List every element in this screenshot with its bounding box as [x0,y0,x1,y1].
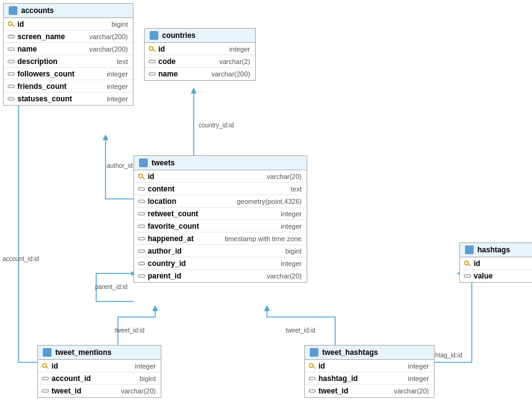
accounts-col-friends-type: integer [107,83,128,90]
table-countries-icon [150,31,158,40]
tweet-mentions-row-id: id integer [38,360,161,372]
rel-label-parent: parent_id:id [95,283,127,290]
svg-rect-24 [138,188,145,190]
hashtags-row-id: id integer [460,257,532,270]
svg-rect-20 [149,60,155,63]
icon-th-hashtag_id [309,375,316,382]
tweets-col-retweet_count: retweet_count [148,209,198,218]
th-col-tweet_id: tweet_id [318,387,348,395]
tm-col-id: id [52,362,58,370]
svg-point-18 [150,47,153,50]
tweets-col-favorite_count: favorite_count [148,222,199,231]
tweet-hashtags-row-hashtag_id: hashtag_id integer [305,372,434,385]
svg-rect-38 [42,390,48,392]
tweets-col-location: location [148,197,176,206]
accounts-col-statuses_count: statuses_count [17,94,72,103]
svg-rect-29 [138,250,145,252]
table-tweet-hashtags: tweet_hashtags id integer hashtag_id int… [304,345,435,398]
icon-accounts-friends [7,83,15,90]
svg-line-36 [46,366,48,369]
icon-tweets-favorite [138,223,145,230]
countries-col-id-type: integer [229,45,250,53]
th-col-tweet-type: varchar(20) [394,387,429,395]
rel-label-th-tweet: tweet_id:id [286,327,315,334]
svg-point-32 [465,261,469,265]
countries-col-code: code [158,57,176,66]
svg-point-39 [310,364,313,367]
accounts-col-name: name [17,45,37,53]
tweets-col-happened_at: happened_at [148,234,194,243]
svg-line-33 [468,264,471,266]
table-tweets-icon [139,158,148,167]
table-countries: countries id integer code varchar(2) [144,28,256,81]
table-hashtags-icon [465,246,474,254]
tweets-row-author_id: author_id bigint [134,245,307,257]
svg-rect-16 [8,85,14,88]
svg-line-40 [313,366,315,369]
accounts-row-screen_name: screen_name varchar(200) [4,30,133,43]
diagram-container: country_id:id author_id:id account_id:id… [0,0,532,404]
accounts-col-id-name: id [17,20,24,29]
countries-col-name: name [158,70,178,78]
table-tweet-mentions: tweet_mentions id integer account_id big… [37,345,161,398]
hashtags-row-value: value text [460,270,532,282]
tweet-hashtags-row-id: id integer [305,360,434,372]
svg-marker-5 [264,306,269,311]
tm-col-account-type: bigint [140,375,156,382]
tweets-col-favorite-type: integer [281,223,302,230]
tweets-col-happened-type: timestamp with time zone [225,235,302,242]
tweets-row-happened_at: happened_at timestamp with time zone [134,232,307,245]
rel-label-country: country_id:id [199,122,234,129]
tweets-row-location: location geometry(point,4326) [134,195,307,208]
icon-tm-tweet_id [42,387,49,395]
countries-row-code: code varchar(2) [145,55,255,68]
accounts-col-followers_count: followers_count [17,70,74,78]
accounts-row-description: description text [4,55,133,68]
svg-marker-2 [103,135,108,140]
svg-rect-34 [464,275,471,277]
table-accounts: accounts id bigint screen_name varchar(2… [3,3,133,106]
accounts-col-followers-type: integer [107,70,128,78]
rel-label-account: account_id:id [2,255,39,262]
th-col-id-type: integer [408,362,429,370]
svg-rect-31 [138,275,145,277]
countries-row-name: name varchar(200) [145,68,255,80]
svg-point-35 [43,364,47,367]
tweets-row-parent_id: parent_id varchar(20) [134,270,307,282]
accounts-col-friends_count: friends_count [17,82,66,91]
key-icon-countries-id [148,45,156,53]
th-col-hashtag_id: hashtag_id [318,374,358,383]
table-tweet-mentions-header: tweet_mentions [38,346,161,360]
table-tweet-mentions-title: tweet_mentions [55,348,112,357]
hashtags-col-value: value [474,272,493,280]
icon-tweets-country_id [138,260,145,267]
hashtags-col-id: id [474,259,480,268]
key-icon-accounts-id [7,21,15,28]
table-accounts-icon [9,6,17,15]
svg-rect-42 [309,390,315,392]
tweets-row-content: content text [134,183,307,195]
table-accounts-title: accounts [21,6,54,15]
svg-line-19 [153,49,155,52]
tweets-col-id-type: varchar(20) [267,173,302,180]
table-hashtags-header: hashtags [460,243,532,257]
icon-hashtags-value [464,272,471,280]
tweets-row-favorite_count: favorite_count integer [134,220,307,232]
tweets-col-content-type: text [291,185,302,193]
svg-rect-14 [8,60,14,63]
countries-row-id: id integer [145,43,255,55]
icon-tweets-location [138,198,145,205]
tweets-col-content: content [148,185,174,193]
tm-col-tweet-type: varchar(20) [121,387,156,395]
tweets-row-id: id varchar(20) [134,170,307,183]
key-icon-hashtags-id [464,260,471,267]
tweets-col-retweet-type: integer [281,210,302,218]
svg-rect-15 [8,73,14,75]
accounts-col-description: description [17,57,58,66]
tweet-hashtags-row-tweet_id: tweet_id varchar(20) [305,385,434,397]
tweet-mentions-row-account_id: account_id bigint [38,372,161,385]
tweets-col-author_id: author_id [148,247,182,255]
accounts-col-description-type: text [117,58,128,65]
icon-th-tweet_id [309,387,316,395]
icon-accounts-screen_name [7,33,15,40]
